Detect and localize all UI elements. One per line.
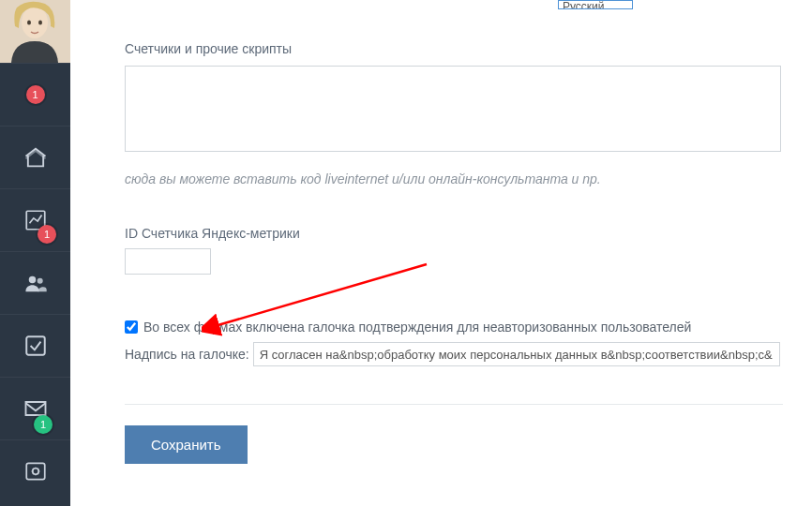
svg-point-5 bbox=[28, 276, 35, 283]
nav-notifications[interactable]: 1 bbox=[0, 63, 70, 126]
svg-point-6 bbox=[37, 278, 42, 284]
checkbox-icon bbox=[23, 333, 49, 359]
save-button[interactable]: Сохранить bbox=[125, 425, 248, 464]
divider bbox=[125, 404, 783, 405]
users-icon bbox=[23, 270, 49, 296]
language-select[interactable]: Русский bbox=[558, 0, 633, 9]
nav-users[interactable] bbox=[0, 251, 70, 314]
nav-mail[interactable]: 1 bbox=[0, 377, 70, 439]
svg-rect-8 bbox=[26, 463, 45, 479]
svg-point-2 bbox=[27, 21, 31, 25]
notification-badge: 1 bbox=[26, 85, 45, 104]
consent-text-input[interactable] bbox=[253, 342, 780, 366]
scripts-textarea[interactable] bbox=[125, 66, 781, 152]
metrika-label: ID Счетчика Яндекс-метрики bbox=[125, 226, 784, 241]
consent-text-label: Надпись на галочке: bbox=[125, 347, 249, 362]
nav-tasks[interactable] bbox=[0, 314, 70, 377]
scripts-hint: сюда вы можете вставить код liveinternet… bbox=[125, 171, 784, 186]
sidebar: 1 1 1 bbox=[0, 0, 70, 506]
nav-home[interactable] bbox=[0, 126, 70, 188]
mail-badge: 1 bbox=[34, 415, 53, 434]
consent-checkbox-label: Во всех формах включена галочка подтверж… bbox=[143, 320, 691, 335]
svg-point-3 bbox=[38, 21, 42, 25]
svg-rect-7 bbox=[26, 336, 45, 355]
safe-icon bbox=[23, 458, 49, 484]
nav-settings[interactable] bbox=[0, 439, 70, 502]
main-content: Русский Счетчики и прочие скрипты сюда в… bbox=[70, 0, 812, 506]
consent-checkbox[interactable] bbox=[125, 320, 138, 334]
analytics-badge: 1 bbox=[38, 225, 56, 244]
home-icon bbox=[23, 144, 49, 171]
avatar[interactable] bbox=[0, 0, 70, 63]
metrika-input[interactable] bbox=[125, 248, 211, 275]
scripts-label: Счетчики и прочие скрипты bbox=[125, 41, 784, 56]
nav-analytics[interactable]: 1 bbox=[0, 188, 70, 251]
